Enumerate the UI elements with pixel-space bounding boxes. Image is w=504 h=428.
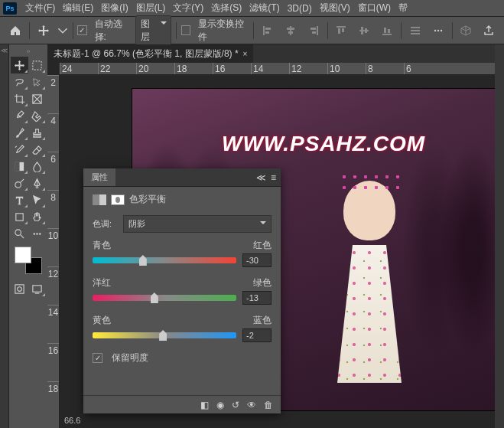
crop-tool[interactable]: [11, 90, 28, 107]
gradient-tool[interactable]: [11, 158, 28, 175]
svg-rect-34: [15, 284, 24, 292]
screen-mode-icon[interactable]: [28, 280, 46, 297]
clip-to-layer-icon[interactable]: ◧: [200, 400, 209, 410]
slider2-left-label: 洋红: [93, 276, 111, 289]
tool-preset-dropdown-icon[interactable]: [57, 21, 68, 41]
yellow-blue-value[interactable]: -2: [242, 328, 272, 342]
panel-menu-icon[interactable]: ≡: [271, 172, 276, 183]
auto-select-label: 自动选择:: [95, 18, 131, 44]
cyan-red-slider[interactable]: [93, 257, 236, 263]
marquee-tool[interactable]: [28, 57, 46, 74]
right-panel-strip[interactable]: [495, 44, 504, 428]
edit-toolbar[interactable]: [28, 225, 46, 242]
delete-adjustment-icon[interactable]: 🗑: [264, 400, 273, 410]
shape-tool[interactable]: [11, 208, 28, 225]
slider2-right-label: 绿色: [253, 276, 272, 289]
dodge-tool[interactable]: [11, 175, 28, 191]
cyan-red-value[interactable]: -30: [242, 253, 272, 267]
3d-mode-icon[interactable]: [457, 21, 475, 41]
slider3-left-label: 黄色: [93, 314, 111, 327]
svg-rect-3: [290, 26, 291, 35]
zoom-tool[interactable]: [11, 225, 28, 242]
layer-mask-icon[interactable]: [111, 194, 125, 205]
stamp-tool[interactable]: [28, 124, 46, 141]
healing-tool[interactable]: [28, 107, 46, 124]
menu-edit[interactable]: 编辑(E): [59, 2, 97, 15]
foreground-color-swatch[interactable]: [15, 247, 31, 263]
close-tab-icon[interactable]: ×: [243, 50, 248, 58]
panel-tabbar: 属性 ≪ ≡: [83, 168, 281, 187]
menubar: Ps 文件(F) 编辑(E) 图像(I) 图层(L) 文字(Y) 选择(S) 滤…: [0, 0, 504, 17]
more-options-icon[interactable]: [429, 21, 447, 41]
move-tool[interactable]: [11, 57, 28, 74]
hand-tool[interactable]: [28, 208, 46, 225]
home-icon[interactable]: [6, 21, 24, 41]
menu-view[interactable]: 视图(V): [316, 2, 354, 15]
visibility-icon[interactable]: 👁: [247, 400, 256, 410]
panel-tab-properties[interactable]: 属性: [83, 168, 115, 186]
blur-tool[interactable]: [28, 158, 46, 175]
auto-select-target-dropdown[interactable]: 图层: [135, 15, 172, 46]
adjustment-name: 色彩平衡: [129, 193, 166, 206]
align-bottom-icon[interactable]: [378, 21, 396, 41]
menu-image[interactable]: 图像(I): [97, 2, 132, 15]
quick-mask-icon[interactable]: [11, 280, 28, 297]
left-panel-strip[interactable]: ≪: [0, 44, 9, 428]
svg-rect-19: [411, 30, 420, 31]
eyedropper-tool[interactable]: [11, 107, 28, 124]
magenta-green-slider[interactable]: [93, 295, 236, 301]
menu-window[interactable]: 窗口(W): [354, 2, 395, 15]
svg-point-28: [15, 181, 21, 188]
brush-tool[interactable]: [11, 124, 28, 141]
align-middle-v-icon[interactable]: [355, 21, 373, 41]
document-tab[interactable]: 未标题-1 @ 66.7% (色彩平衡 1, 图层蒙版/8) * ×: [47, 44, 253, 64]
align-center-h-icon[interactable]: [281, 21, 300, 41]
menu-filter[interactable]: 滤镜(T): [245, 2, 283, 15]
panel-collapse-icon[interactable]: ≪: [256, 172, 266, 183]
quick-select-tool[interactable]: [28, 74, 46, 90]
show-transform-label: 显示变换控件: [198, 18, 249, 44]
menu-file[interactable]: 文件(F): [21, 2, 59, 15]
color-swatches[interactable]: [15, 247, 42, 274]
menu-3d[interactable]: 3D(D): [284, 3, 316, 14]
eraser-tool[interactable]: [28, 141, 46, 158]
app-logo: Ps: [3, 2, 17, 15]
tone-dropdown[interactable]: 阴影: [123, 215, 272, 233]
history-brush-tool[interactable]: [11, 141, 28, 158]
move-tool-icon[interactable]: [34, 21, 53, 41]
preserve-luminosity-checkbox[interactable]: [93, 353, 102, 363]
menu-layer[interactable]: 图层(L): [132, 2, 170, 15]
svg-rect-4: [287, 28, 294, 30]
show-transform-checkbox[interactable]: [181, 25, 190, 35]
svg-rect-8: [312, 31, 316, 34]
share-icon[interactable]: [480, 21, 498, 41]
svg-rect-15: [382, 34, 392, 35]
path-select-tool[interactable]: [28, 191, 46, 208]
lasso-tool[interactable]: [11, 74, 28, 90]
view-previous-icon[interactable]: ◉: [216, 400, 224, 410]
distribute-icon[interactable]: [406, 21, 424, 41]
svg-rect-14: [365, 28, 367, 33]
menu-select[interactable]: 选择(S): [207, 2, 245, 15]
menu-help[interactable]: 帮: [395, 2, 411, 15]
frame-tool[interactable]: [28, 90, 46, 107]
svg-rect-24: [33, 60, 41, 69]
menu-type[interactable]: 文字(Y): [169, 2, 207, 15]
panel-footer: ◧ ◉ ↺ 👁 🗑: [83, 395, 281, 413]
yellow-blue-slider[interactable]: [93, 332, 236, 338]
pen-tool[interactable]: [28, 175, 46, 191]
auto-select-checkbox[interactable]: [77, 25, 86, 35]
svg-rect-0: [263, 26, 265, 35]
align-right-icon[interactable]: [304, 21, 323, 41]
svg-rect-16: [384, 28, 386, 33]
ruler-vertical[interactable]: 24681012141618: [47, 75, 60, 428]
svg-rect-36: [33, 285, 41, 291]
align-left-icon[interactable]: [259, 21, 277, 41]
options-bar: 自动选择: 图层 显示变换控件: [0, 17, 504, 44]
magenta-green-value[interactable]: -13: [242, 291, 272, 305]
align-top-icon[interactable]: [333, 21, 351, 41]
ruler-horizontal[interactable]: 242220181614121086: [60, 63, 504, 75]
type-tool[interactable]: [11, 191, 28, 208]
reset-icon[interactable]: ↺: [232, 400, 239, 410]
zoom-level[interactable]: 66.6: [60, 414, 85, 428]
